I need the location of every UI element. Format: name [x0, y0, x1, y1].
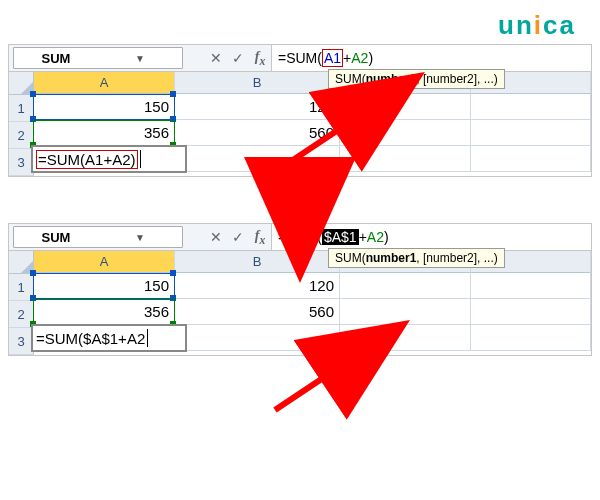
cell-c1[interactable]	[340, 94, 471, 120]
formula-buttons: ✕ ✓ fx	[205, 224, 271, 250]
handle-tl	[30, 91, 36, 97]
handle-tr	[170, 91, 176, 97]
cell-c3[interactable]	[340, 146, 471, 172]
cell-c2[interactable]	[340, 120, 471, 146]
name-box-value: SUM	[14, 51, 98, 66]
col-header-b[interactable]: B	[175, 251, 340, 273]
ref-a1-highlighted: A1	[322, 49, 343, 67]
cell-a2[interactable]: 356	[34, 120, 175, 146]
formula-bar[interactable]: =SUM(A1+A2) SUM(number1, [number2], ...)	[271, 45, 591, 71]
col-header-b[interactable]: B	[175, 72, 340, 94]
function-tooltip: SUM(number1, [number2], ...)	[328, 248, 505, 268]
cancel-icon[interactable]: ✕	[205, 50, 227, 66]
excel-panel-bottom: SUM ▼ ✕ ✓ fx =SUM($A$1+A2) SUM(number1, …	[8, 223, 592, 356]
cell-b3[interactable]	[175, 146, 340, 172]
formula-bar-row: SUM ▼ ✕ ✓ fx =SUM($A$1+A2) SUM(number1, …	[9, 224, 591, 251]
cell-rest3[interactable]	[471, 325, 591, 351]
cell-b3[interactable]	[175, 325, 340, 351]
text-cursor	[147, 329, 148, 347]
handle-tl	[30, 270, 36, 276]
excel-panel-top: SUM ▼ ✕ ✓ fx =SUM(A1+A2) SUM(number1, [n…	[8, 44, 592, 177]
cell-c2[interactable]	[340, 299, 471, 325]
cell-rest2[interactable]	[471, 299, 591, 325]
enter-icon[interactable]: ✓	[227, 229, 249, 245]
col-header-a[interactable]: A	[34, 251, 175, 273]
name-box[interactable]: SUM ▼	[13, 226, 183, 248]
cell-a1[interactable]: 150	[34, 273, 175, 299]
fx-icon[interactable]: fx	[249, 49, 271, 68]
col-header-a[interactable]: A	[34, 72, 175, 94]
cancel-icon[interactable]: ✕	[205, 229, 227, 245]
text-cursor	[140, 150, 141, 168]
cell-c3[interactable]	[340, 325, 471, 351]
handle-br	[170, 295, 176, 301]
handle-bl	[30, 116, 36, 122]
fx-icon[interactable]: fx	[249, 228, 271, 247]
dropdown-icon[interactable]: ▼	[98, 232, 182, 243]
formula-bar-row: SUM ▼ ✕ ✓ fx =SUM(A1+A2) SUM(number1, [n…	[9, 45, 591, 72]
editing-cell-a3[interactable]: =SUM(A1+A2)	[31, 145, 187, 173]
enter-icon[interactable]: ✓	[227, 50, 249, 66]
handle-bl	[30, 295, 36, 301]
cell-rest1[interactable]	[471, 273, 591, 299]
logo: unica	[498, 10, 576, 41]
cell-b2[interactable]: 560	[175, 299, 340, 325]
handle-br	[170, 116, 176, 122]
formula-buttons: ✕ ✓ fx	[205, 45, 271, 71]
cell-rest1[interactable]	[471, 94, 591, 120]
cell-b1[interactable]: 120	[175, 273, 340, 299]
cell-a2[interactable]: 356	[34, 299, 175, 325]
dropdown-icon[interactable]: ▼	[98, 53, 182, 64]
cell-c1[interactable]	[340, 273, 471, 299]
name-box[interactable]: SUM ▼	[13, 47, 183, 69]
cell-b2[interactable]: 560	[175, 120, 340, 146]
formula-bar[interactable]: =SUM($A$1+A2) SUM(number1, [number2], ..…	[271, 224, 591, 250]
ref-abs-highlighted: $A$1	[322, 229, 359, 245]
handle-tr	[170, 270, 176, 276]
cell-a1[interactable]: 150	[34, 94, 175, 120]
editing-cell-a3[interactable]: =SUM($A$1+A2	[31, 324, 187, 352]
cell-rest2[interactable]	[471, 120, 591, 146]
cell-rest3[interactable]	[471, 146, 591, 172]
function-tooltip: SUM(number1, [number2], ...)	[328, 69, 505, 89]
name-box-value: SUM	[14, 230, 98, 245]
cell-b1[interactable]: 120	[175, 94, 340, 120]
